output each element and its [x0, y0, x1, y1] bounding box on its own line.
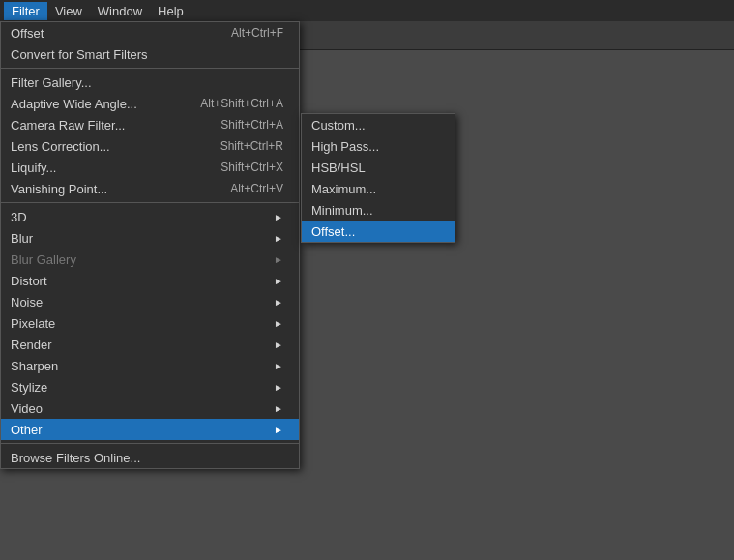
menu-item-render[interactable]: Render ► — [1, 334, 299, 355]
menu-item-filter-gallery[interactable]: Filter Gallery... — [1, 72, 299, 93]
submenu-item-maximum[interactable]: Maximum... — [302, 178, 455, 199]
filter-dropdown-menu: Offset Alt+Ctrl+F Convert for Smart Filt… — [0, 21, 300, 469]
submenu-item-high-pass[interactable]: High Pass... — [302, 135, 455, 157]
menu-item-browse-filters[interactable]: Browse Filters Online... — [1, 447, 299, 468]
menu-item-other[interactable]: Other ► — [1, 419, 299, 440]
menu-item-blur-gallery: Blur Gallery ► — [1, 249, 299, 270]
separator-1 — [1, 68, 299, 69]
menu-item-sharpen[interactable]: Sharpen ► — [1, 355, 299, 376]
submenu-item-hsb-hsl[interactable]: HSB/HSL — [302, 157, 455, 178]
menu-window[interactable]: Window — [90, 2, 150, 20]
submenu-item-offset[interactable]: Offset... — [302, 221, 455, 242]
menu-item-stylize[interactable]: Stylize ► — [1, 376, 299, 398]
menu-view[interactable]: View — [47, 2, 90, 20]
menu-item-liquify[interactable]: Liquify... Shift+Ctrl+X — [1, 157, 299, 178]
submenu-item-custom[interactable]: Custom... — [302, 114, 455, 135]
menu-item-noise[interactable]: Noise ► — [1, 291, 299, 312]
menu-item-3d[interactable]: 3D ► — [1, 206, 299, 227]
menu-item-distort[interactable]: Distort ► — [1, 270, 299, 291]
menu-filter[interactable]: Filter — [4, 2, 47, 20]
menu-item-vanishing-point[interactable]: Vanishing Point... Alt+Ctrl+V — [1, 178, 299, 199]
menu-item-other-container: Other ► Custom... High Pass... HSB/HSL M… — [1, 419, 299, 440]
separator-3 — [1, 443, 299, 444]
submenu-item-minimum[interactable]: Minimum... — [302, 199, 455, 221]
menu-help[interactable]: Help — [150, 2, 191, 20]
menu-item-pixelate[interactable]: Pixelate ► — [1, 312, 299, 334]
separator-2 — [1, 202, 299, 203]
menu-item-blur[interactable]: Blur ► — [1, 227, 299, 249]
other-submenu: Custom... High Pass... HSB/HSL Maximum..… — [301, 113, 455, 243]
menu-item-lens-correction[interactable]: Lens Correction... Shift+Ctrl+R — [1, 135, 299, 157]
menu-bar: Filter View Window Help — [0, 0, 734, 21]
menu-item-convert-smart-filters[interactable]: Convert for Smart Filters — [1, 44, 299, 65]
menu-item-offset[interactable]: Offset Alt+Ctrl+F — [1, 22, 299, 44]
menu-item-adaptive-wide-angle[interactable]: Adaptive Wide Angle... Alt+Shift+Ctrl+A — [1, 93, 299, 114]
menu-item-video[interactable]: Video ► — [1, 398, 299, 419]
menu-item-camera-raw[interactable]: Camera Raw Filter... Shift+Ctrl+A — [1, 114, 299, 135]
